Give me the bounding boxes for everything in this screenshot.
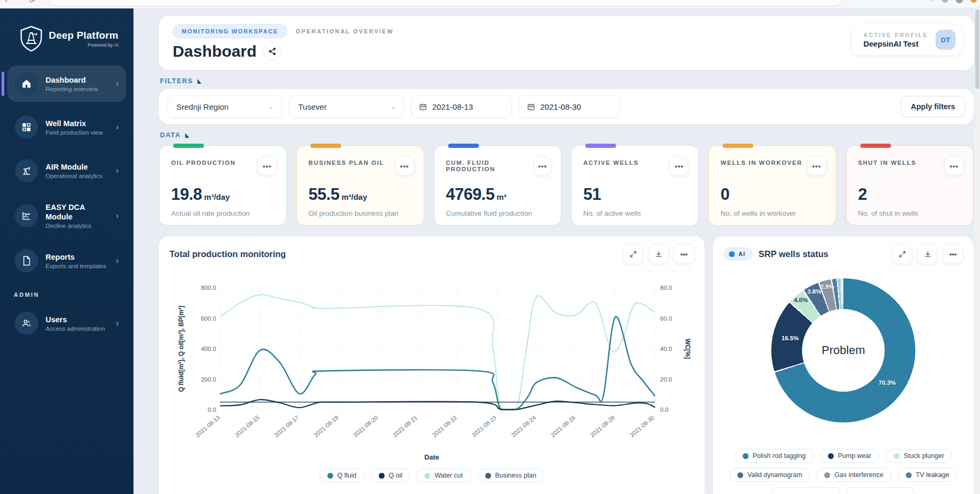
chevron-right-icon: › (116, 319, 121, 328)
legend-pill-business-plan[interactable]: Business plan (477, 469, 545, 482)
legend-pill-cutoff[interactable] (847, 487, 915, 494)
legend-pill-pump-wear[interactable]: Pump wear (820, 449, 879, 463)
kpi-card-0: OIL PRODUCTION•••19.8m³/dayActual oil ra… (159, 145, 287, 226)
sidebar-item-reports[interactable]: Reports Exports and templates › (7, 243, 126, 279)
legend-dot-icon (828, 453, 834, 459)
card-subtitle: No. of shut in wells (858, 209, 964, 217)
share-button[interactable] (263, 42, 281, 60)
card-menu-button[interactable]: ••• (395, 156, 414, 175)
active-profile-card[interactable]: ACTIVE PROFILE DeepsinAI Test DT (852, 24, 962, 55)
sidebar-item-users[interactable]: Users Access administration › (7, 305, 126, 341)
sidebar-item-sub: Field production view (46, 129, 109, 136)
chevron-right-icon: › (116, 211, 121, 220)
sidebar-item-dashboard[interactable]: Dashboard Reporting overview › (7, 66, 126, 102)
bookmark-star-icon[interactable]: ☆ (929, 0, 934, 3)
card-subtitle: Actual oil rate production (171, 209, 277, 217)
browser-reload-icon[interactable]: ⟳ (30, 0, 38, 5)
svg-text:200.0: 200.0 (201, 376, 216, 383)
svg-text:600.0: 600.0 (201, 315, 216, 322)
sidebar-item-label: Users (46, 315, 109, 324)
shield-derrick-icon (19, 25, 43, 52)
sidebar-item-label: EASY DCA Module (46, 202, 104, 222)
avatar[interactable]: DT (936, 30, 956, 50)
browser-orange-icon[interactable] (970, 0, 977, 3)
breadcrumb-item: OPERATIONAL OVERVIEW (296, 28, 394, 34)
download-button[interactable] (917, 244, 938, 264)
date-to-input[interactable]: 2021-08-30 (519, 95, 620, 118)
legend-pill-q-fluid[interactable]: Q fluid (319, 469, 364, 482)
card-menu-button[interactable]: ••• (534, 156, 551, 175)
apply-filters-button[interactable]: Apply filters (901, 96, 965, 117)
scrollbar-thumb[interactable] (975, 10, 979, 89)
card-value: 0 (720, 185, 826, 204)
ai-dot-icon (729, 251, 735, 257)
sidebar-item-sub: Access administration (46, 325, 109, 332)
sidebar-item-label: Reports (46, 252, 109, 262)
srp-donut-chart[interactable]: Problem 70.3%16.5%4.0%3.8%2.9% (724, 278, 963, 437)
expand-icon (898, 250, 906, 258)
expand-button[interactable] (892, 244, 912, 264)
legend-dot-icon (906, 472, 912, 478)
card-menu-button[interactable]: ••• (807, 156, 826, 175)
filters-section-label: FILTERS (160, 77, 193, 85)
date-to-value: 2021-08-30 (540, 102, 581, 111)
legend-dot-icon (424, 473, 430, 479)
panel-title: SRP wells status (759, 249, 828, 259)
filters-section-toggle[interactable]: FILTERS (160, 77, 974, 85)
share-icon (268, 47, 277, 56)
chevron-right-icon: › (116, 166, 121, 175)
chevron-right-icon: › (116, 122, 121, 132)
sidebar-item-air-module[interactable]: AIR Module Operational analytics › (7, 153, 126, 189)
legend-pill-water-cut[interactable]: Water cut (416, 469, 470, 482)
svg-text:Q fluid[m³], Q oil[m³], BP[m³]: Q fluid[m³], Q oil[m³], BP[m³] (177, 306, 185, 392)
svg-text:2021-08-30: 2021-08-30 (628, 414, 655, 438)
more-button[interactable]: ••• (943, 244, 963, 264)
slice-label: 16.5% (781, 335, 799, 341)
sidebar-item-well-matrix[interactable]: Well Matrix Field production view › (7, 109, 126, 145)
card-menu-button[interactable]: ••• (945, 156, 964, 175)
sidebar-item-easy-dca[interactable]: EASY DCA Module Decline analytics › (7, 196, 126, 235)
card-title: WELLS IN WORKOVER (720, 156, 802, 166)
download-icon (924, 250, 932, 258)
svg-text:20.0: 20.0 (660, 376, 672, 383)
legend-pill-stuck-plunger[interactable]: Stuck plunger (886, 449, 952, 463)
production-line-chart[interactable]: 0.0200.0400.0600.0800.00.020.040.060.080… (170, 271, 694, 451)
donut-legend: Polish rod taggingPump wearStuck plunger… (724, 449, 963, 482)
slice-label: 3.8% (807, 288, 821, 295)
card-menu-button[interactable]: ••• (257, 156, 277, 175)
chevron-right-icon: › (116, 256, 121, 266)
sidebar-item-label: AIR Module (46, 162, 109, 172)
browser-profile-avatar[interactable] (956, 0, 963, 3)
card-value: 51 (583, 185, 689, 204)
legend-pill-cutoff[interactable] (771, 487, 840, 494)
svg-text:2021-08-26: 2021-08-26 (549, 414, 576, 438)
region-select[interactable]: Srednji Region ⌄ (167, 95, 282, 118)
svg-text:2021-08-20: 2021-08-20 (352, 414, 379, 438)
page-header: MONITORING WORKSPACE OPERATIONAL OVERVIE… (159, 16, 974, 70)
card-menu-button[interactable]: ••• (670, 156, 689, 175)
download-button[interactable] (648, 244, 669, 264)
sidebar-nav: Dashboard Reporting overview › Well Matr… (7, 66, 126, 279)
page-scrollbar[interactable] (975, 8, 980, 494)
expand-icon (629, 250, 637, 258)
browser-extension-icon[interactable] (942, 0, 948, 3)
date-from-input[interactable]: 2021-08-13 (411, 95, 512, 118)
field-select[interactable]: Tusever ⌄ (289, 95, 404, 118)
data-section-toggle[interactable]: DATA (160, 131, 974, 139)
active-indicator (2, 72, 4, 96)
legend-pill-polish-rod-tagging[interactable]: Polish rod tagging (735, 449, 814, 463)
workspace-badge[interactable]: MONITORING WORKSPACE (173, 24, 287, 38)
expand-button[interactable] (623, 244, 643, 264)
legend-pill-q-oil[interactable]: Q oil (371, 469, 411, 482)
home-icon (15, 72, 38, 95)
svg-text:0.0: 0.0 (208, 407, 216, 413)
legend-pill-gas-interference[interactable]: Gas interference (816, 468, 891, 482)
card-accent-bar (723, 144, 753, 148)
browser-back-icon[interactable]: ‹ (5, 0, 14, 5)
profile-name: DeepsinAI Test (863, 40, 928, 48)
legend-pill-tv-leakage[interactable]: TV leakage (898, 468, 957, 482)
legend-pill-valid-dynamogram[interactable]: Valid dynamogram (729, 468, 810, 482)
browser-address-bar[interactable] (49, 0, 842, 6)
chevron-right-icon: › (116, 79, 121, 89)
more-button[interactable]: ••• (674, 244, 694, 264)
